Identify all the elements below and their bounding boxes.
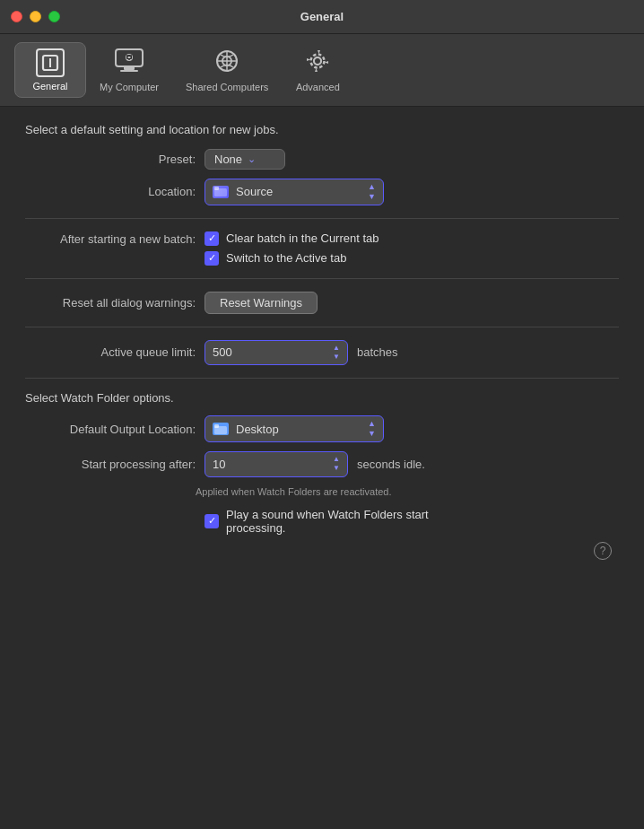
desktop-folder-icon xyxy=(213,423,229,435)
batch-row: After starting a new batch: ✓ Clear batc… xyxy=(25,231,619,266)
toolbar: General My Computer xyxy=(0,34,644,107)
stepper-up-icon[interactable]: ▲ xyxy=(368,182,376,192)
watch-folder-desc: Select Watch Folder options. xyxy=(25,391,619,405)
queue-stepper[interactable]: ▲ ▼ xyxy=(333,344,340,362)
play-sound-row: ✓ Play a sound when Watch Folders start … xyxy=(25,508,619,535)
divider-3 xyxy=(25,327,619,327)
chevron-down-icon: ⌄ xyxy=(248,153,256,165)
title-bar: General xyxy=(0,0,644,34)
location-folder-icon xyxy=(213,186,229,198)
svg-rect-4 xyxy=(120,70,138,72)
stepper-down-icon[interactable]: ▼ xyxy=(368,192,376,202)
queue-limit-value: 500 xyxy=(213,345,327,359)
tab-shared-computers-label: Shared Computers xyxy=(186,82,268,92)
location-row: Location: Source ▲ ▼ xyxy=(25,179,619,205)
svg-rect-3 xyxy=(124,66,135,70)
batch-checkboxes: ✓ Clear batch in the Current tab ✓ Switc… xyxy=(205,231,379,266)
svg-rect-18 xyxy=(214,424,219,428)
preset-dropdown[interactable]: None ⌄ xyxy=(205,149,285,170)
location-stepper[interactable]: ▲ ▼ xyxy=(368,182,376,202)
fullscreen-button[interactable] xyxy=(48,11,60,22)
output-location-row: Default Output Location: Desktop ▲ ▼ xyxy=(25,415,619,442)
queue-limit-spinner[interactable]: 500 ▲ ▼ xyxy=(205,340,348,366)
output-location-value: Desktop xyxy=(236,423,279,436)
processing-up-icon[interactable]: ▲ xyxy=(333,455,340,464)
content-area: Select a default setting and location fo… xyxy=(0,107,644,576)
location-value: Source xyxy=(236,185,273,198)
output-stepper-up-icon[interactable]: ▲ xyxy=(368,419,376,429)
shared-icon xyxy=(212,48,242,78)
start-processing-label: Start processing after: xyxy=(25,458,196,471)
svg-rect-16 xyxy=(214,187,219,190)
clear-batch-label: Clear batch in the Current tab xyxy=(226,231,379,245)
general-icon xyxy=(36,48,65,77)
tab-advanced-label: Advanced xyxy=(296,82,340,92)
help-container: ? xyxy=(25,535,619,560)
preset-label: Preset: xyxy=(25,153,196,166)
tab-shared-computers[interactable]: Shared Computers xyxy=(172,41,282,99)
play-sound-checkbox[interactable]: ✓ xyxy=(205,514,219,528)
reset-label: Reset all dialog warnings: xyxy=(25,296,196,310)
play-sound-label: Play a sound when Watch Folders start pr… xyxy=(226,508,477,535)
gear-icon xyxy=(304,48,331,78)
tab-my-computer-label: My Computer xyxy=(100,82,159,92)
play-sound-checkbox-row: ✓ Play a sound when Watch Folders start … xyxy=(205,508,619,535)
reset-row: Reset all dialog warnings: Reset Warning… xyxy=(25,292,619,314)
output-location-select[interactable]: Desktop ▲ ▼ xyxy=(205,415,384,442)
divider-2 xyxy=(25,278,619,279)
clear-batch-row: ✓ Clear batch in the Current tab xyxy=(205,231,379,246)
minimize-button[interactable] xyxy=(30,11,41,22)
output-location-label: Default Output Location: xyxy=(25,423,196,436)
start-processing-value: 10 xyxy=(213,458,327,471)
window-title: General xyxy=(300,10,344,23)
section-desc: Select a default setting and location fo… xyxy=(25,123,619,136)
svg-rect-7 xyxy=(128,57,131,58)
preset-value: None xyxy=(214,153,242,166)
help-icon: ? xyxy=(600,545,606,557)
queue-down-icon[interactable]: ▼ xyxy=(333,353,340,362)
tab-general-label: General xyxy=(32,81,67,92)
tab-advanced[interactable]: Advanced xyxy=(282,41,353,99)
applied-note: Applied when Watch Folders are reactivat… xyxy=(25,486,619,497)
output-stepper[interactable]: ▲ ▼ xyxy=(368,419,376,439)
computer-icon xyxy=(114,48,144,78)
start-processing-suffix: seconds idle. xyxy=(357,458,425,471)
tab-my-computer[interactable]: My Computer xyxy=(86,41,172,99)
svg-point-13 xyxy=(311,55,325,68)
queue-limit-row: Active queue limit: 500 ▲ ▼ batches xyxy=(25,340,619,366)
switch-tab-checkbox[interactable]: ✓ xyxy=(205,251,219,266)
queue-limit-suffix: batches xyxy=(357,345,398,359)
preset-row: Preset: None ⌄ xyxy=(25,149,619,170)
checkmark-icon-2: ✓ xyxy=(208,253,216,263)
checkmark-icon-3: ✓ xyxy=(208,516,216,526)
location-label: Location: xyxy=(25,185,196,198)
close-button[interactable] xyxy=(11,11,22,22)
processing-down-icon[interactable]: ▼ xyxy=(333,464,340,473)
divider-1 xyxy=(25,218,619,219)
checkmark-icon: ✓ xyxy=(208,233,216,243)
svg-point-14 xyxy=(314,57,321,65)
tab-general[interactable]: General xyxy=(14,42,86,98)
reset-warnings-button[interactable]: Reset Warnings xyxy=(205,292,318,314)
switch-tab-row: ✓ Switch to the Active tab xyxy=(205,251,379,266)
after-batch-label: After starting a new batch: xyxy=(25,231,196,246)
output-stepper-down-icon[interactable]: ▼ xyxy=(368,429,376,439)
switch-tab-label: Switch to the Active tab xyxy=(226,251,346,265)
divider-4 xyxy=(25,378,619,379)
start-processing-row: Start processing after: 10 ▲ ▼ seconds i… xyxy=(25,451,619,477)
queue-limit-label: Active queue limit: xyxy=(25,345,196,359)
queue-up-icon[interactable]: ▲ xyxy=(333,344,340,353)
help-button[interactable]: ? xyxy=(594,542,612,560)
processing-stepper[interactable]: ▲ ▼ xyxy=(333,455,340,474)
traffic-lights xyxy=(11,11,60,22)
clear-batch-checkbox[interactable]: ✓ xyxy=(205,231,219,246)
location-select[interactable]: Source ▲ ▼ xyxy=(205,179,384,205)
start-processing-spinner[interactable]: 10 ▲ ▼ xyxy=(205,451,348,477)
